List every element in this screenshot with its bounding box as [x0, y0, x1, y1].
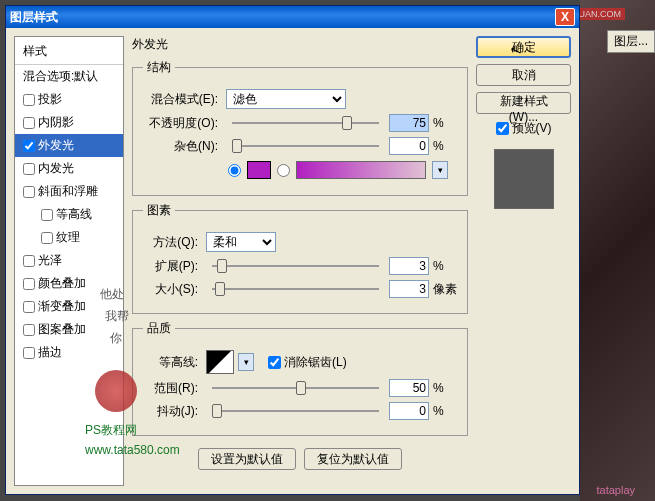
style-checkbox[interactable]: [23, 278, 35, 290]
style-item-7[interactable]: 光泽: [15, 249, 123, 272]
elements-legend: 图素: [143, 202, 175, 219]
contour-picker[interactable]: [206, 350, 234, 374]
style-item-5[interactable]: 等高线: [15, 203, 123, 226]
style-checkbox[interactable]: [41, 209, 53, 221]
panel-title: 外发光: [132, 36, 468, 53]
style-item-11[interactable]: 描边: [15, 341, 123, 364]
styles-list: 样式 混合选项:默认 投影内阴影外发光内发光斜面和浮雕等高线纹理光泽颜色叠加渐变…: [14, 36, 124, 486]
style-checkbox[interactable]: [23, 324, 35, 336]
range-unit: %: [433, 381, 457, 395]
antialias-checkbox[interactable]: [268, 356, 281, 369]
style-checkbox[interactable]: [23, 94, 35, 106]
spread-label: 扩展(P):: [143, 258, 198, 275]
style-item-9[interactable]: 渐变叠加: [15, 295, 123, 318]
spread-input[interactable]: [389, 257, 429, 275]
cancel-button[interactable]: 取消: [476, 64, 571, 86]
blending-options-row[interactable]: 混合选项:默认: [15, 65, 123, 88]
range-slider[interactable]: [212, 387, 379, 389]
preview-checkbox[interactable]: [496, 122, 509, 135]
noise-slider[interactable]: [232, 145, 379, 147]
style-label: 光泽: [38, 252, 62, 269]
style-label: 颜色叠加: [38, 275, 86, 292]
blend-mode-label: 混合模式(E):: [143, 91, 218, 108]
style-label: 纹理: [56, 229, 80, 246]
quality-legend: 品质: [143, 320, 175, 337]
style-checkbox[interactable]: [23, 347, 35, 359]
quality-group: 品质 等高线: ▾ 消除锯齿(L) 范围(R): %: [132, 320, 468, 436]
style-label: 斜面和浮雕: [38, 183, 98, 200]
styles-header[interactable]: 样式: [15, 41, 123, 64]
glow-color-swatch[interactable]: [247, 161, 271, 179]
color-radio[interactable]: [228, 164, 241, 177]
style-label: 内发光: [38, 160, 74, 177]
style-checkbox[interactable]: [23, 140, 35, 152]
style-checkbox[interactable]: [23, 117, 35, 129]
opacity-slider[interactable]: [232, 122, 379, 124]
style-item-0[interactable]: 投影: [15, 88, 123, 111]
spread-unit: %: [433, 259, 457, 273]
style-label: 内阴影: [38, 114, 74, 131]
style-item-10[interactable]: 图案叠加: [15, 318, 123, 341]
style-label: 图案叠加: [38, 321, 86, 338]
noise-label: 杂色(N):: [143, 138, 218, 155]
style-item-8[interactable]: 颜色叠加: [15, 272, 123, 295]
style-label: 等高线: [56, 206, 92, 223]
range-label: 范围(R):: [143, 380, 198, 397]
spread-slider[interactable]: [212, 265, 379, 267]
style-item-3[interactable]: 内发光: [15, 157, 123, 180]
gradient-radio[interactable]: [277, 164, 290, 177]
style-label: 外发光: [38, 137, 74, 154]
style-checkbox[interactable]: [23, 255, 35, 267]
close-button[interactable]: X: [555, 8, 575, 26]
dialog-buttons: 确定 取消 新建样式(W)... 预览(V): [476, 36, 571, 486]
size-unit: 像素: [433, 281, 457, 298]
ok-button[interactable]: 确定: [476, 36, 571, 58]
noise-unit: %: [433, 139, 457, 153]
antialias-label: 消除锯齿(L): [284, 354, 347, 371]
size-input[interactable]: [389, 280, 429, 298]
style-item-4[interactable]: 斜面和浮雕: [15, 180, 123, 203]
titlebar[interactable]: 图层样式 X: [6, 6, 579, 28]
style-checkbox[interactable]: [41, 232, 53, 244]
jitter-slider[interactable]: [212, 410, 379, 412]
new-style-button[interactable]: 新建样式(W)...: [476, 92, 571, 114]
layers-tab-remnant[interactable]: 图层...: [607, 30, 655, 53]
size-slider[interactable]: [212, 288, 379, 290]
structure-group: 结构 混合模式(E): 滤色 不透明度(O): % 杂色(N): %: [132, 59, 468, 196]
style-item-1[interactable]: 内阴影: [15, 111, 123, 134]
contour-label: 等高线:: [143, 354, 198, 371]
preview-thumbnail: [494, 149, 554, 209]
noise-input[interactable]: [389, 137, 429, 155]
style-label: 投影: [38, 91, 62, 108]
style-label: 渐变叠加: [38, 298, 86, 315]
contour-dropdown-icon[interactable]: ▾: [238, 353, 254, 371]
technique-select[interactable]: 柔和: [206, 232, 276, 252]
layer-style-dialog: 图层样式 X 样式 混合选项:默认 投影内阴影外发光内发光斜面和浮雕等高线纹理光…: [5, 5, 580, 495]
jitter-unit: %: [433, 404, 457, 418]
style-item-6[interactable]: 纹理: [15, 226, 123, 249]
style-label: 描边: [38, 344, 62, 361]
opacity-unit: %: [433, 116, 457, 130]
titlebar-text: 图层样式: [10, 9, 555, 26]
preview-label: 预览(V): [512, 120, 552, 137]
style-item-2[interactable]: 外发光: [15, 134, 123, 157]
opacity-label: 不透明度(O):: [143, 115, 218, 132]
gradient-dropdown-icon[interactable]: ▾: [432, 161, 448, 179]
set-default-button[interactable]: 设置为默认值: [198, 448, 296, 470]
glow-gradient-swatch[interactable]: [296, 161, 426, 179]
blend-mode-select[interactable]: 滤色: [226, 89, 346, 109]
technique-label: 方法(Q):: [143, 234, 198, 251]
jitter-input[interactable]: [389, 402, 429, 420]
elements-group: 图素 方法(Q): 柔和 扩展(P): % 大小(S): 像素: [132, 202, 468, 314]
style-checkbox[interactable]: [23, 163, 35, 175]
background-image: [580, 0, 655, 501]
range-input[interactable]: [389, 379, 429, 397]
style-checkbox[interactable]: [23, 301, 35, 313]
outer-glow-panel: 外发光 结构 混合模式(E): 滤色 不透明度(O): % 杂色(N):: [132, 36, 468, 486]
jitter-label: 抖动(J):: [143, 403, 198, 420]
reset-default-button[interactable]: 复位为默认值: [304, 448, 402, 470]
size-label: 大小(S):: [143, 281, 198, 298]
style-checkbox[interactable]: [23, 186, 35, 198]
opacity-input[interactable]: [389, 114, 429, 132]
structure-legend: 结构: [143, 59, 175, 76]
